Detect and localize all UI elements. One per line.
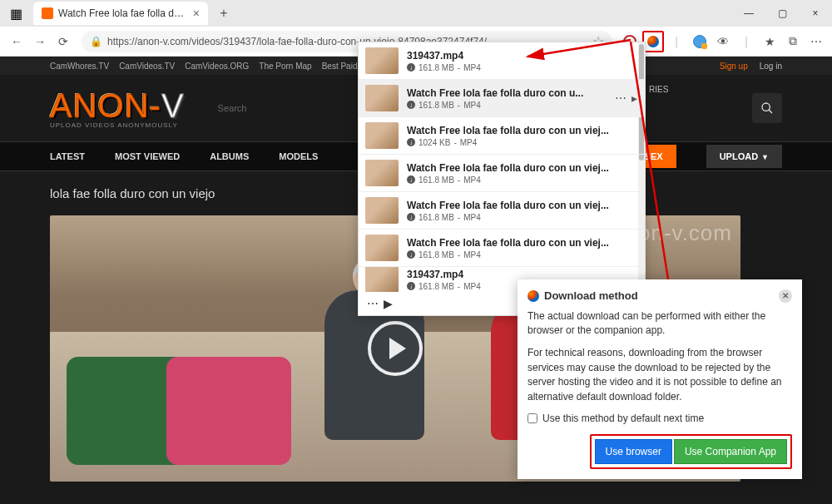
download-item[interactable]: Watch Free lola fae folla duro con un vi… — [359, 192, 645, 230]
nav-models[interactable]: MODELS — [279, 151, 318, 161]
download-title: 319437.mp4 — [407, 50, 638, 62]
nav-forward-button[interactable]: → — [28, 30, 52, 53]
window-titlebar: ▦ Watch Free lola fae folla duro co… × +… — [0, 0, 832, 27]
download-footer-play-icon[interactable]: ▶ — [384, 297, 393, 310]
download-thumbnail — [365, 235, 399, 261]
categories-label-partial[interactable]: RIES — [649, 85, 668, 94]
checkbox-label: Use this method by default next time — [542, 413, 704, 424]
download-item[interactable]: Watch Free lola fae folla duro con un vi… — [359, 117, 645, 155]
search-input[interactable]: Search — [218, 103, 247, 113]
window-maximize-button[interactable]: ▢ — [765, 0, 799, 27]
popup-paragraph: The actual download can be performed wit… — [527, 309, 792, 338]
download-thumbnail — [365, 160, 399, 186]
download-arrow-icon: ↓ — [407, 63, 415, 72]
download-thumbnail — [365, 85, 399, 111]
download-thumbnail — [365, 122, 399, 149]
play-button[interactable] — [368, 321, 423, 376]
popup-close-button[interactable]: ✕ — [779, 289, 792, 303]
browser-tab[interactable]: Watch Free lola fae folla duro co… × — [33, 2, 208, 25]
extension-eye-icon[interactable]: 👁 — [712, 31, 734, 52]
checkbox-input[interactable] — [527, 413, 537, 423]
video-scene — [166, 357, 291, 465]
tab-favicon — [42, 7, 53, 19]
login-link[interactable]: Log in — [760, 62, 782, 71]
download-title: Watch Free lola fae folla duro con u... — [407, 87, 638, 99]
download-title: 319437.mp4 — [407, 269, 638, 280]
top-link[interactable]: CamVideos.ORG — [185, 62, 249, 71]
window-close-button[interactable]: × — [799, 0, 832, 27]
download-list-dropdown: 319437.mp4 ↓161.8 MB - MP4 Watch Free lo… — [358, 42, 646, 316]
tab-close-icon[interactable]: × — [193, 7, 200, 20]
tab-title: Watch Free lola fae folla duro co… — [58, 7, 188, 19]
nav-reload-button[interactable]: ⟳ — [52, 30, 75, 53]
svg-line-1 — [769, 110, 772, 113]
download-arrow-icon: ↓ — [407, 138, 415, 146]
download-item[interactable]: Watch Free lola fae folla duro con un vi… — [359, 155, 645, 192]
top-link[interactable]: The Porn Map — [259, 62, 311, 71]
download-title: Watch Free lola fae folla duro con un vi… — [407, 162, 638, 174]
play-icon — [389, 338, 406, 359]
download-item[interactable]: 319437.mp4 ↓161.8 MB - MP4 — [359, 42, 645, 80]
collections-button[interactable]: ⧉ — [782, 31, 804, 52]
window-minimize-button[interactable]: — — [732, 0, 765, 27]
download-arrow-icon: ↓ — [407, 282, 415, 290]
use-companion-app-button[interactable]: Use Companion App — [674, 439, 787, 464]
nav-back-button[interactable]: ← — [5, 30, 28, 53]
browser-menu-button[interactable]: ⋯ — [805, 31, 827, 52]
nav-most-viewed[interactable]: MOST VIEWED — [115, 151, 180, 161]
signup-link[interactable]: Sign up — [720, 62, 748, 71]
download-thumbnail — [365, 197, 399, 224]
use-browser-button[interactable]: Use browser — [595, 439, 672, 464]
extension-blue-icon[interactable] — [689, 31, 711, 52]
favorites-button[interactable]: ★ — [759, 31, 780, 52]
download-thumbnail — [365, 267, 399, 292]
chevron-down-icon: ▼ — [761, 153, 769, 161]
top-link[interactable]: CamVideos.TV — [119, 62, 175, 71]
download-arrow-icon: ↓ — [407, 101, 415, 109]
download-footer-more-icon[interactable]: ⋯ — [367, 297, 379, 310]
lock-icon: 🔒 — [90, 36, 102, 47]
download-item-more-icon[interactable]: ⋯ ▸ — [615, 91, 638, 105]
download-item[interactable]: Watch Free lola fae folla duro con u... … — [359, 80, 645, 117]
nav-albums[interactable]: ALBUMS — [210, 151, 249, 161]
popup-heading: Download method — [544, 289, 638, 302]
extension-separator: | — [666, 31, 687, 52]
svg-point-0 — [762, 103, 770, 111]
downloader-icon — [527, 290, 539, 302]
download-arrow-icon: ↓ — [407, 250, 415, 259]
download-title: Watch Free lola fae folla duro con un vi… — [407, 237, 638, 249]
search-icon[interactable] — [752, 93, 782, 123]
new-tab-button[interactable]: + — [213, 6, 235, 21]
download-thumbnail — [365, 47, 399, 74]
download-title: Watch Free lola fae folla duro con un vi… — [407, 125, 638, 136]
download-title: Watch Free lola fae folla duro con un vi… — [407, 200, 638, 211]
nav-upload-button[interactable]: UPLOAD▼ — [706, 145, 782, 168]
download-arrow-icon: ↓ — [407, 175, 415, 184]
default-method-checkbox[interactable]: Use this method by default next time — [527, 413, 792, 424]
top-link[interactable]: CamWhores.TV — [50, 62, 109, 71]
popup-paragraph: For technical reasons, downloading from … — [527, 346, 792, 404]
app-menu-icon[interactable]: ▦ — [5, 2, 27, 24]
site-logo[interactable]: ANON-V UPLOAD VIDEOS ANONYMOUSLY — [50, 87, 185, 129]
extension-separator-2: | — [735, 31, 757, 52]
nav-latest[interactable]: LATEST — [50, 151, 85, 161]
download-method-popup: Download method ✕ The actual download ca… — [518, 279, 802, 479]
download-item[interactable]: Watch Free lola fae folla duro con un vi… — [359, 230, 645, 267]
logo-subtitle: UPLOAD VIDEOS ANONYMOUSLY — [50, 121, 185, 129]
download-arrow-icon: ↓ — [407, 213, 415, 221]
